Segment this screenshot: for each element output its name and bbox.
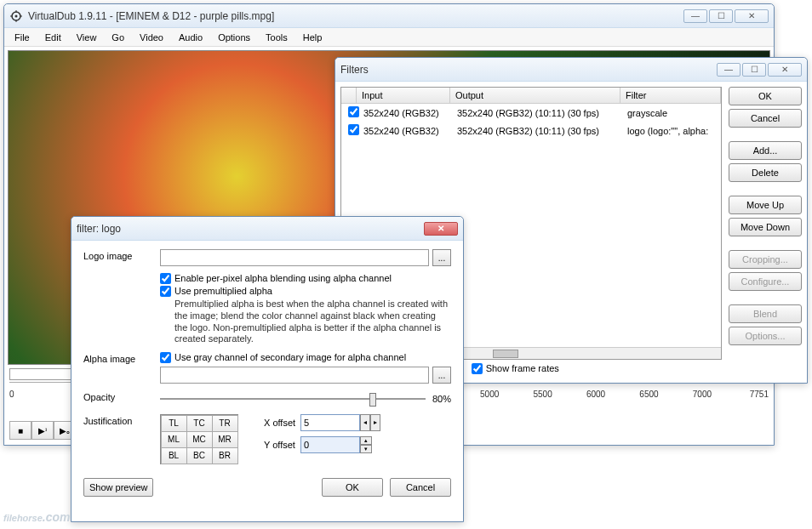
x-offset-dec-button[interactable]: ◂: [360, 414, 370, 431]
logo-close-button[interactable]: ✕: [424, 222, 458, 236]
premultiplied-alpha-checkbox[interactable]: Use premultiplied alpha: [160, 286, 451, 297]
app-icon: [9, 9, 23, 23]
menubar: File Edit View Go Video Audio Options To…: [4, 28, 774, 47]
main-window-buttons: — ☐ ✕: [683, 9, 769, 23]
x-offset-input[interactable]: [300, 414, 360, 431]
filter-row-input: 352x240 (RGB32): [360, 107, 454, 119]
filters-moveup-button[interactable]: Move Up: [729, 196, 802, 214]
ruler-tick: 7751: [750, 390, 769, 399]
filter-row-checkbox[interactable]: [348, 124, 359, 135]
y-offset-inc-button[interactable]: ▴: [360, 436, 372, 445]
filters-movedown-button[interactable]: Move Down: [729, 218, 802, 236]
show-preview-button[interactable]: Show preview: [83, 478, 153, 497]
just-br-button[interactable]: BR: [212, 447, 238, 464]
logo-ok-button[interactable]: OK: [322, 478, 383, 497]
enable-alpha-checkbox[interactable]: Enable per-pixel alpha blending using al…: [160, 273, 451, 284]
menu-go[interactable]: Go: [105, 31, 131, 44]
filters-ok-button[interactable]: OK: [729, 87, 802, 105]
menu-file[interactable]: File: [8, 31, 37, 44]
x-offset-label: X offset: [264, 418, 295, 428]
filter-row-name: grayscale: [624, 107, 718, 119]
ruler-tick: 6000: [586, 390, 605, 399]
watermark: filehorse.com: [3, 501, 71, 527]
alpha-image-input[interactable]: [160, 367, 429, 384]
main-title: VirtualDub 1.9.11 - [EMINEM & D12 - purp…: [28, 10, 683, 22]
svg-point-1: [15, 14, 18, 17]
just-tr-button[interactable]: TR: [212, 415, 238, 432]
logo-image-browse-button[interactable]: ...: [432, 249, 451, 266]
filter-list-header: Input Output Filter: [341, 88, 721, 104]
filters-blend-button: Blend: [729, 304, 802, 323]
justification-label: Justification: [83, 414, 153, 426]
filters-title: Filters: [340, 64, 717, 76]
show-frame-rates-checkbox[interactable]: Show frame rates: [472, 363, 559, 374]
stop-button[interactable]: ■: [9, 421, 31, 440]
just-bl-button[interactable]: BL: [161, 447, 187, 464]
filters-maximize-button[interactable]: ☐: [742, 63, 766, 77]
filters-close-button[interactable]: ✕: [768, 63, 802, 77]
y-offset-dec-button[interactable]: ▾: [360, 445, 372, 453]
filters-cancel-button[interactable]: Cancel: [729, 109, 802, 128]
filters-titlebar[interactable]: Filters — ☐ ✕: [335, 58, 807, 82]
logo-cancel-button[interactable]: Cancel: [390, 478, 451, 497]
filters-minimize-button[interactable]: —: [717, 63, 741, 77]
menu-view[interactable]: View: [70, 31, 104, 44]
maximize-button[interactable]: ☐: [709, 9, 733, 23]
opacity-value: 80%: [432, 394, 451, 404]
ruler-tick: 6500: [639, 390, 658, 399]
filter-row-checkbox[interactable]: [348, 106, 359, 117]
use-gray-channel-checkbox[interactable]: Use gray channel of secondary image for …: [160, 352, 451, 363]
ruler-tick: 7000: [693, 390, 712, 399]
filters-button-column: OK Cancel Add... Delete Move Up Move Dow…: [729, 87, 802, 378]
justification-grid: TL TC TR ML MC MR BL BC BR: [160, 414, 238, 464]
filter-row[interactable]: 352x240 (RGB32) 352x240 (RGB32) (10:11) …: [341, 122, 721, 139]
just-bc-button[interactable]: BC: [186, 447, 213, 464]
filter-row-input: 352x240 (RGB32): [360, 125, 454, 137]
just-mc-button[interactable]: MC: [186, 431, 213, 448]
logo-dialog-title: filter: logo: [77, 223, 424, 235]
filters-delete-button[interactable]: Delete: [729, 163, 802, 182]
just-ml-button[interactable]: ML: [161, 431, 187, 448]
just-tl-button[interactable]: TL: [161, 415, 187, 432]
filter-row-output: 352x240 (RGB32) (10:11) (30 fps): [454, 125, 624, 137]
just-mr-button[interactable]: MR: [212, 431, 238, 448]
col-filter-header[interactable]: Filter: [620, 88, 721, 103]
menu-tools[interactable]: Tools: [259, 31, 294, 44]
logo-titlebar[interactable]: filter: logo ✕: [71, 217, 463, 241]
premultiplied-desc: Premultiplied alpha is best when the alp…: [174, 299, 451, 345]
logo-image-label: Logo image: [83, 249, 153, 261]
filters-cropping-button: Cropping...: [729, 250, 802, 269]
col-output-header[interactable]: Output: [450, 88, 620, 103]
opacity-label: Opacity: [83, 390, 153, 402]
ruler-tick: 0: [9, 390, 14, 399]
y-offset-label: Y offset: [264, 440, 295, 450]
filters-add-button[interactable]: Add...: [729, 141, 802, 160]
menu-audio[interactable]: Audio: [172, 31, 209, 44]
logo-filter-dialog: filter: logo ✕ Logo image ... Enable per…: [71, 216, 464, 522]
alpha-image-label: Alpha image: [83, 352, 153, 364]
opacity-slider[interactable]: [160, 390, 426, 407]
filter-row[interactable]: 352x240 (RGB32) 352x240 (RGB32) (10:11) …: [341, 104, 721, 122]
y-offset-spinner[interactable]: ▴▾: [300, 436, 372, 453]
menu-video[interactable]: Video: [133, 31, 170, 44]
filters-options-button: Options...: [729, 327, 802, 345]
menu-help[interactable]: Help: [296, 31, 329, 44]
filter-row-name: logo (logo:"", alpha:: [624, 125, 718, 137]
y-offset-input[interactable]: [300, 436, 360, 453]
ruler-tick: 5500: [533, 390, 552, 399]
minimize-button[interactable]: —: [683, 9, 707, 23]
just-tc-button[interactable]: TC: [186, 415, 213, 432]
filters-configure-button: Configure...: [729, 272, 802, 291]
main-titlebar: VirtualDub 1.9.11 - [EMINEM & D12 - purp…: [4, 4, 774, 28]
ruler-tick: 5000: [480, 390, 499, 399]
filter-row-output: 352x240 (RGB32) (10:11) (30 fps): [454, 107, 624, 119]
logo-image-input[interactable]: [160, 249, 429, 266]
play-input-button[interactable]: ▶ᶦ: [31, 421, 54, 440]
menu-edit[interactable]: Edit: [38, 31, 68, 44]
close-button[interactable]: ✕: [735, 9, 769, 23]
col-input-header[interactable]: Input: [357, 88, 450, 103]
menu-options[interactable]: Options: [211, 31, 257, 44]
x-offset-spinner[interactable]: ◂▸: [300, 414, 380, 431]
alpha-image-browse-button[interactable]: ...: [432, 367, 451, 384]
x-offset-inc-button[interactable]: ▸: [370, 414, 380, 431]
